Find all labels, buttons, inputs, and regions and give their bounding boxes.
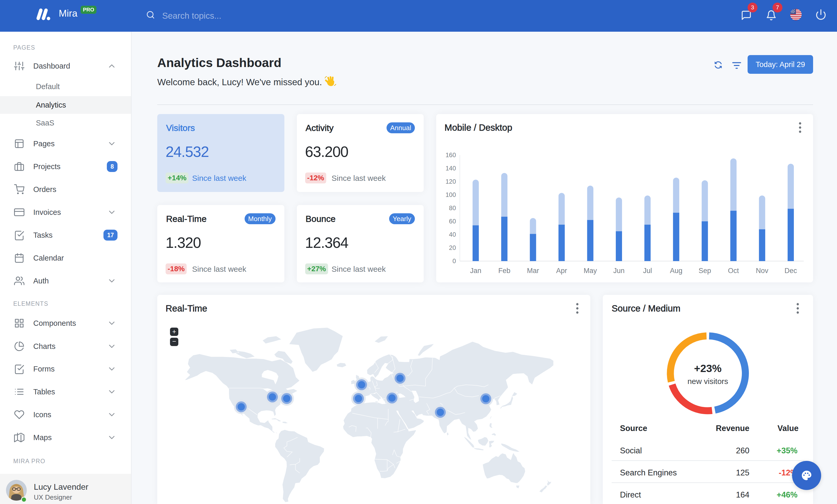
svg-text:Sep: Sep: [698, 267, 711, 275]
svg-text:120: 120: [446, 178, 456, 185]
svg-text:Jun: Jun: [613, 267, 625, 275]
svg-text:Apr: Apr: [556, 267, 567, 275]
svg-text:Nov: Nov: [756, 267, 769, 275]
svg-text:Jan: Jan: [470, 267, 481, 275]
svg-text:100: 100: [446, 191, 456, 198]
svg-text:40: 40: [449, 231, 456, 238]
svg-text:140: 140: [446, 165, 456, 172]
svg-text:Feb: Feb: [498, 267, 511, 275]
svg-text:May: May: [584, 267, 597, 275]
svg-text:Oct: Oct: [728, 267, 739, 275]
svg-text:80: 80: [449, 204, 456, 211]
svg-text:0: 0: [452, 258, 456, 264]
svg-text:Aug: Aug: [670, 267, 682, 275]
svg-text:160: 160: [446, 151, 456, 158]
svg-text:Dec: Dec: [784, 267, 797, 275]
svg-text:Mar: Mar: [527, 267, 539, 275]
svg-text:Jul: Jul: [643, 267, 652, 275]
svg-text:20: 20: [449, 244, 456, 251]
svg-text:60: 60: [449, 218, 456, 225]
